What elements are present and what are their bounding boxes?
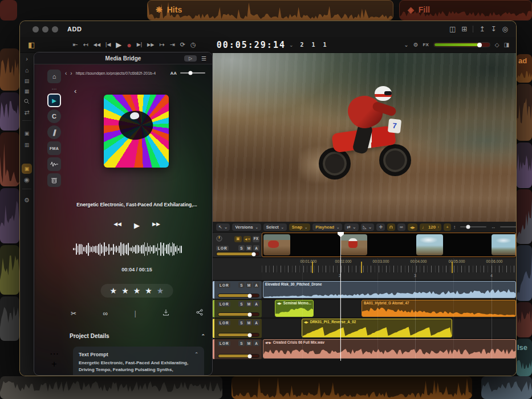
volume-slider[interactable]: [216, 252, 259, 256]
output-level-meter[interactable]: [433, 42, 490, 47]
go-to-start-button[interactable]: ⇤: [72, 42, 78, 48]
audio-waveform-toggle[interactable]: ◄≡: [243, 236, 251, 242]
snap-dropdown[interactable]: Snap⌄: [289, 223, 310, 231]
download-icon[interactable]: ↧: [490, 25, 496, 33]
right-panel-icon[interactable]: ◨: [504, 42, 509, 48]
audio-clip[interactable]: Elevated Risk_30_Pitched_Drone: [263, 281, 516, 298]
mute-button[interactable]: M: [246, 282, 252, 288]
automation-button[interactable]: A: [253, 340, 259, 346]
track-body[interactable]: Elevated Risk_30_Pitched_Drone: [262, 281, 516, 299]
split-view-icon[interactable]: ◇: [495, 42, 499, 48]
eye-icon[interactable]: ◉: [20, 176, 34, 184]
marker[interactable]: [361, 262, 362, 274]
panels-icon[interactable]: ◫: [449, 25, 456, 33]
solo-button[interactable]: S: [238, 282, 245, 288]
share-icon[interactable]: [196, 309, 203, 317]
album-art[interactable]: [104, 95, 169, 168]
rail-soundgen-button[interactable]: ▶: [47, 93, 61, 107]
mute-button[interactable]: M: [246, 245, 252, 251]
rating-stars[interactable]: ★★★★★: [101, 284, 173, 298]
media-bridge-play-button[interactable]: ▷: [184, 55, 197, 62]
rewind-button[interactable]: ◀◀: [94, 43, 100, 47]
magnet-snap-button[interactable]: U: [387, 223, 395, 231]
traffic-light-close[interactable]: [33, 26, 39, 32]
fade-tool-button[interactable]: ◺⌄: [361, 223, 375, 231]
volume-slider[interactable]: [218, 333, 259, 337]
timecode-display[interactable]: 00:05:29:14: [217, 40, 286, 50]
video-preview[interactable]: 7: [213, 53, 516, 222]
marker[interactable]: [312, 262, 313, 274]
auto-crossfade-button[interactable]: ◀▶: [408, 223, 417, 231]
loop-button[interactable]: ⟳: [180, 42, 185, 48]
pan-control[interactable]: LR: [216, 246, 229, 251]
gear-icon[interactable]: ⚙: [413, 42, 419, 48]
audio-clip[interactable]: ◀▶DRK01_Pt1_Reverse_A_02: [302, 319, 452, 337]
automation-button[interactable]: A: [253, 245, 259, 251]
automation-button[interactable]: A: [253, 301, 259, 307]
track-body[interactable]: ◀▶Seminal Memo... BA01_Hybrid_G Atonal_4…: [262, 300, 516, 317]
rail-service-c-button[interactable]: C: [47, 109, 61, 123]
knob-icon[interactable]: [216, 234, 222, 244]
record-button[interactable]: ●: [127, 41, 131, 49]
media-bridge-sidebar-icon[interactable]: ▣: [22, 164, 32, 174]
player-waveform[interactable]: [73, 242, 201, 256]
scissors-icon[interactable]: ✂: [71, 310, 76, 317]
playhead[interactable]: [340, 233, 341, 361]
pan-control[interactable]: LR: [218, 302, 230, 307]
versions-dropdown[interactable]: Versions⌄: [232, 223, 261, 231]
chevron-up-icon[interactable]: ⌃: [194, 352, 198, 357]
razor-tool-button[interactable]: ✛: [376, 223, 385, 231]
solo-button[interactable]: S: [238, 301, 245, 307]
board-view-icon[interactable]: ▤: [20, 78, 34, 84]
back-icon[interactable]: ‹: [65, 70, 67, 76]
marker[interactable]: [452, 262, 453, 274]
ripple-tool-button[interactable]: ⇄⌄: [344, 223, 358, 231]
project-details-header[interactable]: Project Details ⌃: [70, 333, 205, 339]
pan-control[interactable]: LR: [218, 341, 230, 346]
pan-control[interactable]: LR: [218, 283, 230, 288]
grid-view-icon[interactable]: ⊞: [461, 25, 467, 33]
star-icon[interactable]: ★: [121, 287, 129, 295]
fast-forward-button[interactable]: ▶▶: [147, 43, 154, 47]
punch-in-button[interactable]: ↤: [83, 42, 88, 48]
next-frame-button[interactable]: ▶|: [137, 42, 142, 47]
fx-label[interactable]: FX: [423, 42, 429, 47]
url-field[interactable]: https://soundgen.io/projects/07c6b82f-20…: [76, 71, 156, 75]
add-track-button[interactable]: +: [444, 223, 451, 231]
volume-slider[interactable]: [218, 312, 259, 316]
mute-button[interactable]: M: [246, 301, 252, 307]
star-icon[interactable]: ★: [110, 287, 117, 295]
select-dropdown[interactable]: Select⌄: [263, 223, 287, 231]
traffic-light-zoom[interactable]: [52, 26, 58, 32]
media-bridge-header[interactable]: Media Bridge ▷ ☰: [34, 52, 212, 64]
text-size-label[interactable]: AA: [170, 71, 177, 76]
text-size-slider[interactable]: [180, 72, 205, 74]
video-fx-button[interactable]: FX: [253, 236, 259, 242]
add-service-button[interactable]: +: [51, 359, 56, 369]
star-icon[interactable]: ★: [133, 287, 141, 295]
rail-home-button[interactable]: ⌂: [47, 70, 61, 83]
volume-slider[interactable]: [218, 354, 259, 358]
rail-fma-button[interactable]: FMA: [47, 141, 61, 155]
chevron-down-icon[interactable]: ⌄: [404, 42, 408, 48]
search-icon[interactable]: [20, 99, 34, 105]
horizontal-zoom-slider[interactable]: [500, 226, 517, 227]
cursor-tool-button[interactable]: ↖⌄: [216, 223, 230, 231]
download-icon[interactable]: [163, 309, 169, 317]
loop-infinity-icon[interactable]: ∞: [103, 310, 108, 317]
rail-waveform-button[interactable]: [47, 157, 61, 171]
upload-icon[interactable]: ↥: [479, 25, 485, 33]
forward-icon[interactable]: ›: [70, 70, 72, 76]
player-play-button[interactable]: ▶: [134, 221, 140, 230]
mute-button[interactable]: M: [246, 340, 252, 346]
video-clip-filmstrip[interactable]: [262, 233, 516, 257]
video-thumbnails-toggle[interactable]: ▣: [234, 236, 242, 242]
expand-sidebar-icon[interactable]: ›: [20, 55, 34, 62]
star-icon[interactable]: ★: [157, 287, 164, 295]
play-button[interactable]: ▶: [116, 41, 121, 48]
track-body[interactable]: ◀▶DRK01_Pt1_Reverse_A_02: [262, 319, 516, 338]
link-clips-button[interactable]: ∞: [397, 223, 405, 231]
archive-icon[interactable]: ▣: [20, 131, 34, 136]
punch-out-button[interactable]: ↦: [159, 42, 164, 48]
chevron-down-icon[interactable]: ⌄: [289, 42, 294, 48]
